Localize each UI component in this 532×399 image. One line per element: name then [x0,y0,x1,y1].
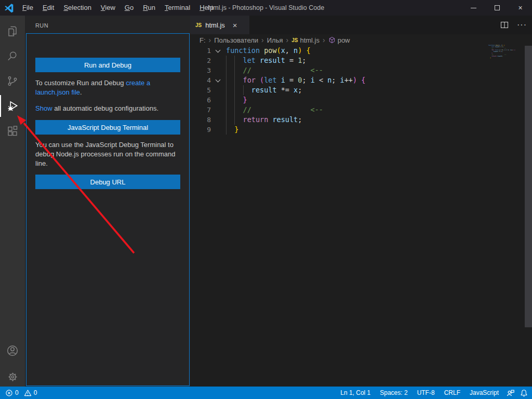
sidebar-item-run-and-debug[interactable] [0,94,25,118]
token: , [285,46,294,55]
status-encoding[interactable]: UTF-8 [415,389,437,396]
accounts-button[interactable] [0,338,25,363]
status-warning-count: 0 [34,389,37,396]
breadcrumb-item-f[interactable]: F: [200,36,206,44]
token: x [281,46,285,55]
customize-text-before: To customize Run and Debug [35,79,126,87]
breadcrumb-item-пользователи[interactable]: Пользователи [214,36,258,44]
more-actions-icon[interactable]: ··· [517,20,527,30]
token: ( [260,76,264,84]
breadcrumb: F:›Пользователи›Илья›JShtml.js›pow [190,34,532,46]
status-right: Ln 1, Col 1Spaces: 2UTF-8CRLFJavaScript [338,389,528,397]
menu-edit[interactable]: Edit [38,0,59,16]
status-cursor-position[interactable]: Ln 1, Col 1 [338,389,373,396]
sidebar-item-explorer[interactable] [0,19,25,44]
menu-selection[interactable]: Selection [59,0,96,16]
token: { [504,45,505,46]
tab-close-icon[interactable]: × [233,21,237,30]
token: = [285,76,298,84]
breadcrumb-item-html.js[interactable]: JShtml.js [291,36,320,44]
breadcrumb-item-pow[interactable]: pow [328,36,350,44]
token: ++ [344,76,353,84]
minimap[interactable]: function pow(x, n) { let result = 1; // … [488,45,515,59]
scrollbar[interactable] [525,46,532,327]
token: let [264,76,276,84]
panel-title: RUN [25,16,190,33]
status-right-texts: Ln 1, Col 1Spaces: 2UTF-8CRLFJavaScript [338,389,501,396]
sidebar-item-source-control[interactable] [0,69,25,94]
breadcrumb-item-илья[interactable]: Илья [267,36,283,44]
token: let [243,56,256,64]
token [302,46,306,55]
js-debug-terminal-button[interactable]: JavaScript Debug Terminal [35,120,180,135]
token: result [260,56,285,64]
notifications-bell-icon[interactable] [520,389,528,397]
code-text: return result; [226,115,302,125]
debug-url-button[interactable]: Debug URL [35,175,180,189]
menu-go[interactable]: Go [120,0,138,16]
code-text: } [226,95,247,105]
status-language-mode[interactable]: JavaScript [468,389,501,396]
code-text: function pow(x, n) { [226,46,311,56]
token: result [497,56,502,57]
token: pow [264,46,276,55]
status-indentation[interactable]: Spaces: 2 [378,389,409,396]
close-button[interactable]: × [509,0,532,16]
side-panel-run: RUN Run and Debug To customize Run and D… [25,16,190,387]
token: } [234,125,238,134]
indent-guide [234,56,235,125]
token: return [491,56,496,57]
run-and-debug-button[interactable]: Run and Debug [35,58,180,72]
chevron-down-icon[interactable] [216,48,221,53]
token: x [294,86,298,94]
sidebar-item-extensions[interactable] [0,118,25,143]
chevron-down-icon[interactable] [216,77,221,83]
status-warnings[interactable]: 0 [24,389,37,397]
menu-run[interactable]: Run [138,0,160,16]
breadcrumb-label: F: [200,36,206,44]
code-text: } [226,125,238,135]
token: for [243,76,256,84]
code-text: // <-- [226,65,323,75]
line-number: 1 [190,46,211,56]
code-text: // <-- [226,105,323,115]
extensions-icon [6,125,19,137]
menu-file[interactable]: File [18,0,38,16]
code-line-7: 7 // <-- [190,105,532,115]
split-editor-icon[interactable] [500,21,509,29]
show-link[interactable]: Show [35,104,52,112]
token [277,76,281,84]
token: { [514,49,515,51]
menu-view[interactable]: View [96,0,120,16]
maximize-icon [495,5,500,10]
show-configs-after: all automatic debug configurations. [52,104,159,112]
sidebar-item-search[interactable] [0,44,25,69]
settings-button[interactable] [0,364,25,389]
menu-terminal[interactable]: Terminal [160,0,195,16]
token: ; [502,51,503,52]
search-icon [6,50,19,62]
token: i [340,76,344,84]
status-errors[interactable]: 0 [5,389,19,397]
breadcrumb-label: Пользователи [214,36,258,44]
fold-column [211,56,226,65]
token: < [315,76,327,84]
menu-bar: FileEditSelectionViewGoRunTerminalHelp [18,0,218,16]
token: return [243,115,269,124]
token [256,56,260,64]
menu-help[interactable]: Help [195,0,218,16]
token: *= [277,86,294,94]
feedback-icon[interactable] [506,389,515,397]
token: function [226,46,260,55]
show-configs-text: Show all automatic debug configurations. [35,104,182,113]
maximize-button[interactable] [485,0,509,16]
code-text: let result = 1; [226,56,307,65]
indent-guide [226,56,227,135]
token: ( [277,46,281,55]
tab-label: html.js [205,21,225,29]
status-eol[interactable]: CRLF [442,389,462,396]
minimize-button[interactable] [462,0,485,16]
token: ; [302,56,306,64]
line-number: 3 [190,65,211,75]
tab-html-js[interactable]: JS html.js × [190,16,249,34]
